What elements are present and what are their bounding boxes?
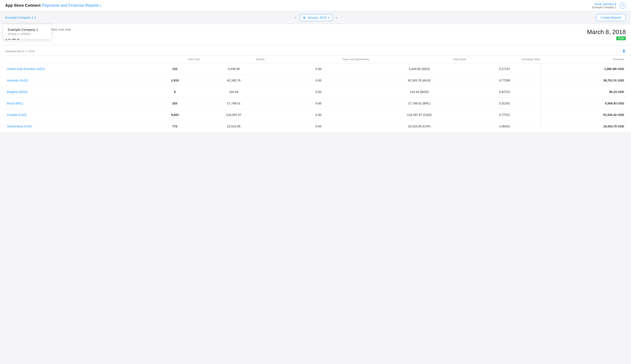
total-owed-cell-5: 15,510.85 (CHF): [371, 121, 468, 132]
proceeds-cell-3: 5,564.93 USD: [541, 98, 626, 109]
exchange-rate-cell-0: 0.27157: [468, 63, 541, 75]
help-button[interactable]: ?: [620, 2, 626, 9]
units-cell-3: 320: [148, 98, 201, 109]
section-title[interactable]: Payments and Financial Reports ▾: [42, 3, 101, 8]
total-owed-cell-4: 118,397.67 (CAD): [371, 109, 468, 121]
col-taxes: Taxes and Adjustments: [266, 56, 371, 63]
exchange-rate-cell-4: 0.77311: [468, 109, 541, 121]
company-name: Example Company 1: [592, 6, 616, 9]
table-row: Canada (CAD) 5,683 118,397.67 0.00 118,3…: [5, 109, 626, 121]
earned-cell-0: 5,449.58: [201, 63, 266, 75]
region-cell-0[interactable]: United Arab Emirates (AED): [5, 63, 148, 75]
proceeds-cell-2: 96.24 USD: [541, 86, 626, 98]
table-meta: Updated March 7, 2018 ⬇: [5, 45, 626, 56]
units-cell-5: 772: [148, 121, 201, 132]
date-next-button[interactable]: ›: [334, 15, 339, 20]
region-cell-4[interactable]: Canada (CAD): [5, 109, 148, 121]
download-icon[interactable]: ⬇: [622, 48, 626, 54]
exchange-rate-cell-1: 0.77298: [468, 75, 541, 86]
sub-nav: Example Company 1 ▾ Example Company 1 Ve…: [0, 11, 631, 24]
create-reports-button[interactable]: Create Reports: [596, 14, 626, 21]
table-row: Brazil (BRL) 320 17,748.01 0.00 17,748.0…: [5, 98, 626, 109]
date-selector[interactable]: ⊞ January, 2018 ▾: [300, 14, 333, 21]
taxes-cell-1: 0.00: [266, 75, 371, 86]
date-prev-button[interactable]: ‹: [293, 15, 298, 20]
earned-cell-2: 143.44: [201, 86, 266, 98]
region-cell-3[interactable]: Brazil (BRL): [5, 98, 148, 109]
dropdown-company-name[interactable]: Example Company 1: [8, 28, 47, 32]
units-cell-4: 5,683: [148, 109, 201, 121]
updated-text: Updated March 7, 2018: [5, 50, 35, 53]
total-owed-cell-0: 5,449.58 (AED): [371, 63, 468, 75]
region-cell-5[interactable]: Switzerland (CHF): [5, 121, 148, 132]
exchange-rate-cell-3: 0.31281: [468, 98, 541, 109]
region-cell-1[interactable]: Australia (AUD): [5, 75, 148, 86]
earned-cell-5: 15,510.85: [201, 121, 266, 132]
company-chevron-icon: ▾: [35, 16, 36, 19]
taxes-cell-4: 0.00: [266, 109, 371, 121]
date-nav: ‹ ⊞ January, 2018 ▾ ›: [293, 14, 339, 21]
table-row: Switzerland (CHF) 772 15,510.85 0.00 15,…: [5, 121, 626, 132]
financial-table: Units Sold Earned Taxes and Adjustments …: [5, 56, 626, 132]
table-row: Australia (AUD) 1,919 42,345.76 0.00 42,…: [5, 75, 626, 86]
units-cell-2: 9: [148, 86, 201, 98]
units-cell-0: 103: [148, 63, 201, 75]
taxes-cell-0: 0.00: [266, 63, 371, 75]
col-total-owed: Total Owed: [371, 56, 468, 63]
top-nav-left: App Store Connect Payments and Financial…: [5, 3, 101, 8]
col-earned: Earned: [201, 56, 266, 63]
units-label: Total Units Sold: [51, 28, 71, 31]
proceeds-cell-5: 16,503.70 USD: [541, 121, 626, 132]
taxes-cell-2: 0.00: [266, 86, 371, 98]
top-nav: App Store Connect Payments and Financial…: [0, 0, 631, 11]
table-header-row: Units Sold Earned Taxes and Adjustments …: [5, 56, 626, 63]
table-area: Updated March 7, 2018 ⬇ Units Sold Earne…: [0, 45, 631, 132]
proceeds-cell-0: 1,486 |66 USD: [541, 63, 626, 75]
paid-badge: Paid: [616, 36, 626, 40]
calendar-icon: ⊞: [303, 16, 306, 20]
date-value: January, 2018: [307, 16, 327, 19]
total-owed-cell-1: 42,345.76 (AUD): [371, 75, 468, 86]
section-chevron: ▾: [100, 4, 101, 7]
col-exchange-rate: Exchange Rate: [468, 56, 541, 63]
proceeds-cell-1: 36,701.51 USD: [541, 75, 626, 86]
user-name[interactable]: Anne Johnson ▾: [592, 2, 616, 6]
earned-cell-3: 17,748.01: [201, 98, 266, 109]
taxes-cell-3: 0.00: [266, 98, 371, 109]
summary-right: March 8, 2018 Paid: [587, 28, 626, 40]
proceeds-cell-4: 91,534.42 USD: [541, 109, 626, 121]
table-row: United Arab Emirates (AED) 103 5,449.58 …: [5, 63, 626, 75]
total-owed-cell-3: 17,748.01 (BRL): [371, 98, 468, 109]
col-region: [5, 56, 148, 63]
dropdown-vendor-label: Vendor # 1234567: [8, 32, 47, 36]
company-selector[interactable]: Example Company 1 ▾: [5, 16, 36, 19]
payment-date: March 8, 2018: [587, 28, 626, 36]
user-info: Anne Johnson ▾ Example Company 1: [592, 2, 616, 9]
earned-cell-1: 42,345.76: [201, 75, 266, 86]
date-chevron-icon: ▾: [328, 16, 329, 19]
region-cell-2[interactable]: Bulgaria (BGN): [5, 86, 148, 98]
company-dropdown[interactable]: Example Company 1 Vendor # 1234567: [4, 24, 51, 39]
table-row: Bulgaria (BGN) 9 143.44 0.00 143.44 (BGN…: [5, 86, 626, 98]
exchange-rate-cell-2: 0.62722: [468, 86, 541, 98]
units-cell-1: 1,919: [148, 75, 201, 86]
app-title: App Store Connect: [5, 3, 41, 8]
col-proceeds: Proceeds: [541, 56, 626, 63]
total-owed-cell-2: 143.44 (BGN): [371, 86, 468, 98]
col-units: Units Sold: [148, 56, 201, 63]
earned-cell-4: 118,397.67: [201, 109, 266, 121]
top-nav-right: Anne Johnson ▾ Example Company 1 ?: [592, 2, 626, 9]
exchange-rate-cell-5: 1.06401: [468, 121, 541, 132]
summary-area: EXAMPLE BANK 1 ▾ 32525 Total Units Sold …: [0, 24, 631, 45]
taxes-cell-5: 0.00: [266, 121, 371, 132]
